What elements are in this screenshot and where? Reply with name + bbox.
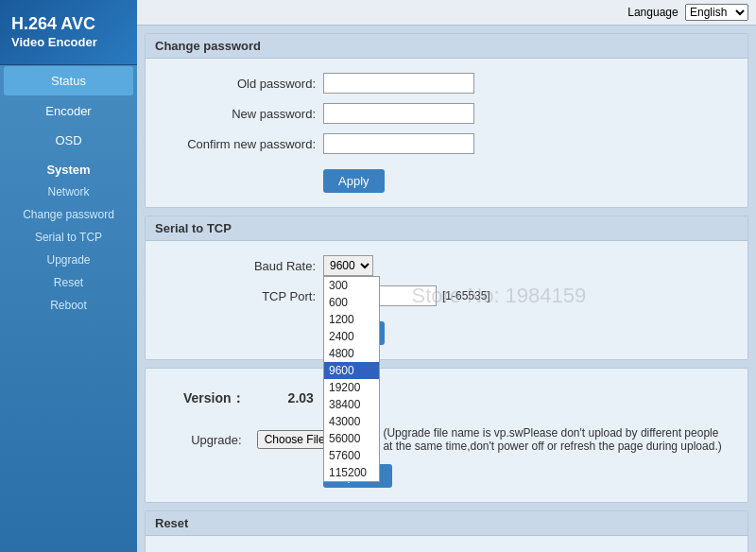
sidebar-item-osd[interactable]: OSD (0, 126, 137, 155)
version-body: Version： 2.03 Upgrade: (Upgrade file nam… (146, 369, 747, 502)
dd-43000[interactable]: 43000 (324, 413, 379, 430)
baud-rate-label: Baud Rate: (164, 259, 316, 273)
dd-4800[interactable]: 4800 (324, 345, 379, 362)
reset-title: Reset (146, 511, 747, 536)
sidebar-item-serial-to-tcp[interactable]: Serial to TCP (0, 226, 137, 249)
dd-38400[interactable]: 38400 (324, 396, 379, 413)
sidebar-item-status[interactable]: Status (4, 66, 133, 95)
upgrade-note: (Upgrade file name is vp.swPlease don't … (383, 426, 729, 453)
sidebar-item-encoder[interactable]: Encoder (0, 96, 137, 126)
baud-rate-select-wrapper: 9600 300 600 1200 2400 4800 9600 19200 3… (323, 255, 373, 276)
upgrade-row: Upgrade: (Upgrade file name is vp.swPlea… (164, 426, 729, 453)
sidebar: H.264 AVC Video Encoder Status Encoder O… (0, 0, 137, 552)
sidebar-item-upgrade[interactable]: Upgrade (0, 249, 137, 271)
main-content: Language English Chinese Change password… (137, 0, 756, 552)
tcp-port-row: TCP Port: [1-65535] (164, 285, 729, 306)
dd-57600[interactable]: 57600 (324, 447, 379, 464)
sidebar-item-reset[interactable]: Reset (0, 271, 137, 294)
logo-line1: H.264 AVC (11, 14, 128, 35)
change-password-title: Change password (146, 34, 747, 59)
dd-600[interactable]: 600 (324, 294, 379, 311)
dd-9600[interactable]: 9600 (324, 362, 379, 379)
language-select[interactable]: English Chinese (685, 4, 748, 21)
new-password-field[interactable] (323, 103, 474, 124)
confirm-password-label: Confirm new password: (164, 137, 316, 151)
logo: H.264 AVC Video Encoder (0, 0, 137, 65)
tcp-port-hint: [1-65535] (442, 289, 490, 302)
serial-to-tcp-body: Baud Rate: 9600 300 600 1200 2400 4800 9… (146, 241, 747, 359)
version-section: Version： 2.03 Upgrade: (Upgrade file nam… (145, 368, 748, 503)
change-password-body: Old password: New password: Confirm new … (146, 59, 747, 207)
confirm-password-row: Confirm new password: (164, 133, 729, 154)
change-password-apply-button[interactable]: Apply (323, 169, 385, 193)
sidebar-item-change-password[interactable]: Change password (0, 203, 137, 226)
old-password-input-wrapper (323, 73, 474, 94)
dd-56000[interactable]: 56000 (324, 430, 379, 447)
sidebar-item-network[interactable]: Network (0, 181, 137, 203)
new-password-row: New password: (164, 103, 729, 124)
version-label: Version： (164, 383, 264, 415)
language-label: Language (627, 6, 678, 19)
dd-2400[interactable]: 2400 (324, 328, 379, 345)
baud-rate-dropdown: 300 600 1200 2400 4800 9600 19200 38400 … (323, 276, 380, 482)
sidebar-system-label: System (0, 155, 137, 181)
confirm-password-input-wrapper (323, 133, 474, 154)
reset-body: Click this button to reset all settings … (146, 536, 747, 552)
serial-to-tcp-section: Serial to TCP Baud Rate: 9600 300 600 12… (145, 216, 748, 360)
tcp-port-label: TCP Port: (164, 289, 316, 303)
change-password-section: Change password Old password: New passwo… (145, 33, 748, 208)
dd-19200[interactable]: 19200 (324, 379, 379, 396)
dd-300[interactable]: 300 (324, 277, 379, 294)
reset-section: Reset Click this button to reset all set… (145, 510, 748, 552)
upgrade-label: Upgrade: (164, 433, 242, 447)
old-password-row: Old password: (164, 73, 729, 94)
sidebar-item-reboot[interactable]: Reboot (0, 294, 137, 317)
old-password-field[interactable] (323, 73, 474, 94)
new-password-label: New password: (164, 107, 316, 121)
dd-1200[interactable]: 1200 (324, 311, 379, 328)
serial-to-tcp-title: Serial to TCP (146, 216, 747, 241)
dd-115200[interactable]: 115200 (324, 464, 379, 481)
baud-rate-row: Baud Rate: 9600 300 600 1200 2400 4800 9… (164, 255, 729, 276)
baud-rate-select[interactable]: 9600 (323, 255, 373, 276)
topbar: Language English Chinese (137, 0, 756, 26)
new-password-input-wrapper (323, 103, 474, 124)
confirm-password-field[interactable] (323, 133, 474, 154)
old-password-label: Old password: (164, 77, 316, 91)
logo-line2: Video Encoder (11, 35, 128, 51)
